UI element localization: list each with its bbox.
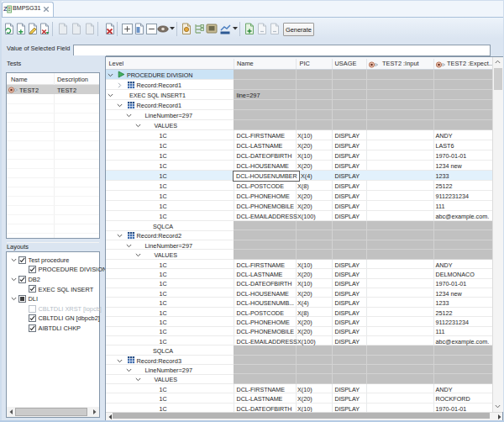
svg-text:Z: Z	[3, 5, 8, 13]
